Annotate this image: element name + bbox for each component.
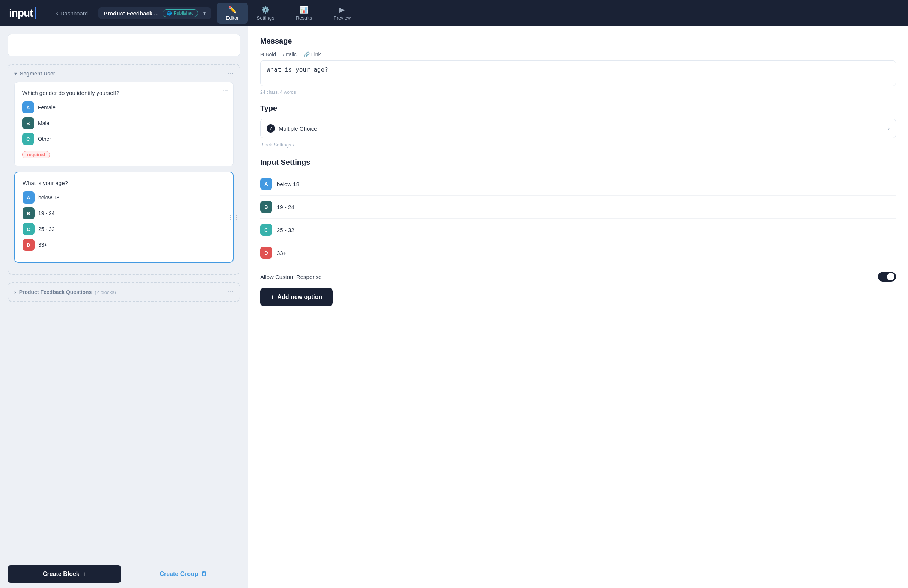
message-input[interactable] [260,60,896,86]
top-card-placeholder [8,34,240,56]
logo-text: input [9,7,33,19]
drag-handle[interactable]: ⋮⋮ [227,214,240,221]
add-option-label: Add new option [277,294,322,300]
block-settings-link[interactable]: Block Settings › [260,142,896,148]
blocks-count: (2 blocks) [95,290,116,295]
type-title: Type [260,104,896,113]
gender-question-card[interactable]: ··· Which gender do you identify yoursel… [14,82,233,166]
feedback-more-icon[interactable]: ··· [228,288,233,296]
tab-settings-label: Settings [257,15,275,21]
age-question-card[interactable]: ··· What is your age? A below 18 B 19 - … [14,172,233,263]
char-count: 24 chars, 4 words [260,90,896,95]
right-panel: Message B Bold I Italic 🔗 Link 24 chars,… [248,26,908,588]
link-icon: 🔗 [303,52,310,58]
tab-preview[interactable]: ▶ Preview [324,3,360,24]
input-option-row-c[interactable]: C 25 - 32 [260,219,896,242]
age-option-d-text: 33+ [38,242,47,248]
link-button[interactable]: 🔗 Link [303,52,321,58]
tab-editor-label: Editor [226,15,239,21]
age-option-d: D 33+ [23,239,225,251]
globe-icon: 🌐 [167,11,172,16]
toggle-knob [887,273,895,280]
badge-d-age: D [23,239,35,251]
input-option-b-text: 19 - 24 [277,204,295,210]
tab-preview-label: Preview [333,15,351,21]
input-badge-b: B [260,201,272,213]
dropdown-chevron-icon: ▾ [203,10,206,16]
feedback-header: › Product Feedback Questions (2 blocks) … [14,289,233,295]
segment-group: ▾ Segment User ··· ··· Which gender do y… [8,64,240,275]
expand-icon[interactable]: › [14,289,16,295]
input-option-row-b[interactable]: B 19 - 24 [260,196,896,219]
input-settings-section: Input Settings A below 18 B 19 - 24 C 25… [260,158,896,306]
segment-more-icon[interactable]: ··· [228,70,233,78]
card-more-icon-gender[interactable]: ··· [222,87,228,95]
tab-results-label: Results [296,15,312,21]
app-logo[interactable]: input [9,7,36,19]
card-more-icon-age[interactable]: ··· [222,177,227,185]
gender-option-b: B Male [22,117,226,129]
input-option-c-text: 25 - 32 [277,227,295,233]
nav-tabs: ✏️ Editor ⚙️ Settings 📊 Results ▶ Previe… [217,3,360,24]
badge-b-age: B [23,207,35,219]
segment-header: ▾ Segment User ··· [14,71,233,77]
badge-a-age: A [23,192,35,203]
survey-name: Product Feedback ... [104,10,159,16]
add-option-plus-icon: + [271,294,274,300]
create-block-button[interactable]: Create Block + [8,565,121,583]
age-option-b-text: 19 - 24 [38,210,55,216]
chevron-left-icon: ‹ [56,10,58,16]
input-badge-c: C [260,224,272,236]
bold-label: Bold [266,52,276,58]
tab-settings[interactable]: ⚙️ Settings [248,3,283,24]
dashboard-label: Dashboard [60,10,88,16]
allow-custom-label: Allow Custom Response [260,274,322,280]
add-new-option-button[interactable]: + Add new option [260,288,333,306]
bottom-bar: Create Block + Create Group 🗒 [0,560,248,588]
italic-icon: I [283,52,284,58]
input-settings-title: Input Settings [260,158,896,167]
gender-option-b-text: Male [38,120,49,126]
tab-results[interactable]: 📊 Results [287,3,321,24]
type-check-icon: ✓ [267,124,275,132]
nav-divider [285,6,285,20]
type-chevron-icon: › [888,125,890,132]
message-title: Message [260,37,896,45]
italic-label: Italic [286,52,297,58]
gender-option-a: A Female [22,101,226,113]
collapse-icon[interactable]: ▾ [14,71,17,77]
input-option-d-text: 33+ [277,250,286,256]
main-container: ▾ Segment User ··· ··· Which gender do y… [0,26,908,588]
plus-icon: + [83,571,86,577]
preview-icon: ▶ [340,6,345,14]
badge-b-gender: B [22,117,34,129]
survey-title-dropdown[interactable]: Product Feedback ... 🌐 Published ▾ [98,7,211,19]
results-icon: 📊 [299,6,308,14]
bold-button[interactable]: B Bold [260,52,276,58]
type-select-dropdown[interactable]: ✓ Multiple Choice › [260,119,896,138]
badge-c-gender: C [22,133,34,145]
gender-option-c-text: Other [38,136,51,142]
settings-icon: ⚙️ [261,6,270,14]
gender-question-text: Which gender do you identify yourself? [22,90,226,96]
age-question-text: What is your age? [23,180,225,186]
input-option-row-d[interactable]: D 33+ [260,242,896,264]
age-option-a-text: below 18 [38,195,60,200]
allow-custom-toggle[interactable] [878,272,896,282]
required-label: required [22,151,50,158]
type-label: Multiple Choice [279,126,884,132]
published-label: Published [174,11,194,16]
italic-button[interactable]: I Italic [283,52,297,58]
link-label: Link [311,52,321,58]
group-icon: 🗒 [201,571,207,577]
dashboard-nav[interactable]: ‹ Dashboard [48,10,95,16]
feedback-group-label: Product Feedback Questions [19,289,92,295]
required-badge: required [22,149,226,158]
tab-editor[interactable]: ✏️ Editor [217,3,248,24]
navbar: input ‹ Dashboard Product Feedback ... 🌐… [0,0,908,26]
create-group-button[interactable]: Create Group 🗒 [127,565,240,583]
allow-custom-row: Allow Custom Response [260,264,896,288]
badge-c-age: C [23,223,35,235]
badge-a-gender: A [22,101,34,113]
input-option-row-a[interactable]: A below 18 [260,173,896,196]
